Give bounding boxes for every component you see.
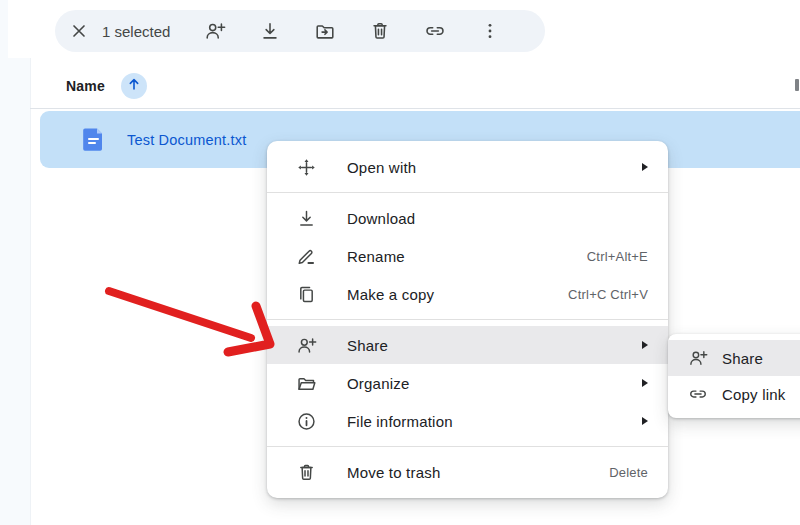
close-selection-button[interactable] bbox=[67, 19, 91, 43]
close-icon bbox=[69, 21, 89, 41]
submenu-item-label: Share bbox=[722, 350, 763, 367]
menu-shortcut: Ctrl+Alt+E bbox=[587, 249, 648, 264]
menu-item-label: Share bbox=[347, 337, 388, 354]
link-icon bbox=[424, 20, 446, 42]
folder-open-icon bbox=[295, 372, 317, 394]
menu-divider bbox=[267, 319, 668, 320]
info-icon bbox=[295, 410, 317, 432]
menu-item-label: File information bbox=[347, 413, 453, 430]
move-to-folder-button[interactable] bbox=[313, 19, 337, 43]
share-submenu: Share Copy link bbox=[668, 334, 800, 418]
menu-item-label: Open with bbox=[347, 159, 416, 176]
copy-icon bbox=[295, 283, 317, 305]
edit-icon bbox=[295, 245, 317, 267]
sidebar-top-patch bbox=[8, 0, 31, 58]
name-column-header[interactable]: Name bbox=[66, 75, 105, 97]
submenu-arrow-icon bbox=[642, 417, 648, 425]
menu-item-label: Make a copy bbox=[347, 286, 434, 303]
trash-icon bbox=[369, 20, 391, 42]
share-button[interactable] bbox=[203, 19, 227, 43]
open-with-icon bbox=[295, 156, 317, 178]
menu-divider bbox=[267, 192, 668, 193]
move-to-folder-icon bbox=[314, 20, 336, 42]
submenu-item-share[interactable]: Share bbox=[668, 340, 800, 376]
context-menu: Open with Download Rename Ctrl+Alt+E Mak… bbox=[267, 141, 668, 498]
person-add-icon bbox=[688, 348, 708, 368]
menu-item-rename[interactable]: Rename Ctrl+Alt+E bbox=[267, 237, 668, 275]
clipped-column-fragment bbox=[795, 79, 799, 91]
link-icon bbox=[688, 384, 708, 404]
submenu-item-label: Copy link bbox=[722, 386, 786, 403]
file-name: Test Document.txt bbox=[127, 132, 246, 148]
header-divider bbox=[30, 108, 800, 109]
sort-direction-button[interactable] bbox=[121, 73, 147, 99]
menu-shortcut: Ctrl+C Ctrl+V bbox=[568, 287, 648, 302]
submenu-item-copy-link[interactable]: Copy link bbox=[668, 376, 800, 412]
menu-item-label: Download bbox=[347, 210, 415, 227]
more-options-button[interactable] bbox=[478, 19, 502, 43]
menu-divider bbox=[267, 446, 668, 447]
menu-item-label: Move to trash bbox=[347, 464, 440, 481]
menu-item-move-to-trash[interactable]: Move to trash Delete bbox=[267, 453, 668, 491]
text-document-icon bbox=[83, 127, 104, 152]
selection-toolbar: 1 selected bbox=[55, 10, 545, 52]
menu-item-organize[interactable]: Organize bbox=[267, 364, 668, 402]
person-add-icon bbox=[295, 334, 317, 356]
person-add-icon bbox=[204, 20, 226, 42]
download-icon bbox=[259, 20, 281, 42]
menu-item-open-with[interactable]: Open with bbox=[267, 148, 668, 186]
submenu-arrow-icon bbox=[642, 163, 648, 171]
trash-icon bbox=[295, 461, 317, 483]
menu-shortcut: Delete bbox=[609, 465, 648, 480]
menu-item-file-information[interactable]: File information bbox=[267, 402, 668, 440]
name-column-label: Name bbox=[66, 78, 105, 94]
copy-link-button[interactable] bbox=[423, 19, 447, 43]
menu-item-make-a-copy[interactable]: Make a copy Ctrl+C Ctrl+V bbox=[267, 275, 668, 313]
menu-item-label: Organize bbox=[347, 375, 409, 392]
selected-count: 1 selected bbox=[102, 23, 170, 40]
trash-button[interactable] bbox=[368, 19, 392, 43]
menu-item-share[interactable]: Share bbox=[267, 326, 668, 364]
more-vertical-icon bbox=[480, 21, 500, 41]
arrow-up-icon bbox=[126, 76, 142, 96]
download-button[interactable] bbox=[258, 19, 282, 43]
menu-item-label: Rename bbox=[347, 248, 405, 265]
submenu-arrow-icon bbox=[642, 379, 648, 387]
submenu-arrow-icon bbox=[642, 341, 648, 349]
menu-item-download[interactable]: Download bbox=[267, 199, 668, 237]
download-icon bbox=[295, 207, 317, 229]
sidebar-edge bbox=[0, 0, 31, 525]
